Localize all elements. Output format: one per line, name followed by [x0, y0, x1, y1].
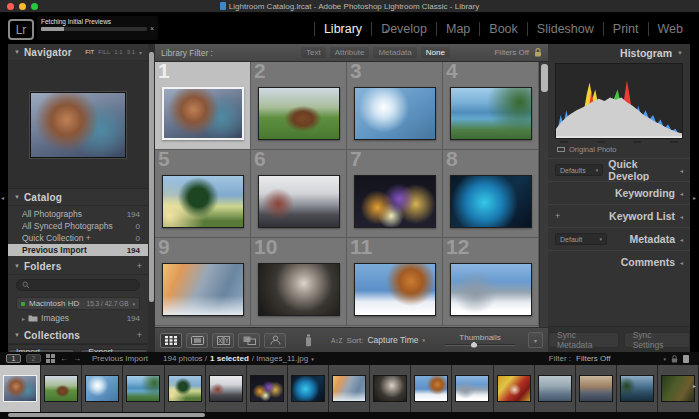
photo-thumbnail[interactable]	[332, 375, 366, 402]
filmstrip-photo-cell[interactable]	[370, 365, 411, 412]
zoom-more-icon[interactable]: ▾	[139, 49, 142, 56]
filmstrip-photo-cell[interactable]	[329, 365, 370, 412]
toolbar-options-dropdown[interactable]: ▾	[528, 332, 543, 348]
photo-thumbnail[interactable]	[450, 175, 532, 228]
grid-photo-cell[interactable]: 1	[155, 62, 251, 150]
people-view-button[interactable]	[264, 333, 286, 348]
sync-settings-button[interactable]: Sync Settings	[624, 332, 690, 348]
filmstrip-photo-cell[interactable]	[206, 365, 247, 412]
filmstrip-filter-dropdown[interactable]: Filters Off ▾	[576, 354, 666, 363]
filter-option[interactable]: Text	[301, 47, 326, 58]
quick-develop-header[interactable]: Defaults ▾ Quick Develop ◂	[548, 158, 690, 181]
filmstrip-status[interactable]: 194 photos / 1 selected / Images_11.jpg …	[163, 354, 314, 363]
grid-photo-cell[interactable]: 9	[155, 238, 251, 326]
zoom-fill-option[interactable]: FILL	[98, 49, 110, 55]
grid-photo-cell[interactable]: 10	[251, 238, 347, 326]
folder-search-input[interactable]	[16, 279, 140, 291]
photo-thumbnail[interactable]	[126, 375, 160, 402]
filmstrip-photo-cell[interactable]	[41, 365, 82, 412]
filmstrip-photo-cell[interactable]	[535, 365, 576, 412]
grid-photo-cell[interactable]: 2	[251, 62, 347, 150]
filmstrip-scrollbar[interactable]	[0, 412, 699, 419]
go-back-icon[interactable]: ←	[60, 354, 68, 363]
catalog-item[interactable]: All Synced Photographs 0	[8, 220, 148, 232]
grid-photo-cell[interactable]: 8	[443, 150, 539, 238]
grid-photo-cell[interactable]: 12	[443, 238, 539, 326]
secondary-screen-button[interactable]: 2	[26, 354, 41, 363]
add-collection-button[interactable]: +	[137, 330, 142, 340]
photo-thumbnail[interactable]	[450, 263, 532, 316]
collections-header[interactable]: ▼ Collections +	[8, 327, 148, 344]
catalog-item[interactable]: Quick Collection + 0	[8, 232, 148, 244]
minimize-window-button[interactable]	[19, 3, 26, 10]
module-tab[interactable]: Web	[648, 22, 692, 36]
lock-icon[interactable]	[671, 355, 678, 363]
comments-header[interactable]: Comments ◂	[548, 250, 690, 273]
navigator-preview[interactable]	[8, 61, 148, 189]
zoom-3to1-option[interactable]: 3:1	[127, 49, 135, 55]
photo-thumbnail[interactable]	[450, 87, 532, 140]
photo-thumbnail[interactable]	[354, 175, 436, 228]
filmstrip-photo-cell[interactable]	[411, 365, 452, 412]
filmstrip-photo-cell[interactable]	[123, 365, 164, 412]
photo-thumbnail[interactable]	[497, 375, 531, 402]
keyword-list-header[interactable]: + Keyword List ◂	[548, 204, 690, 227]
survey-view-button[interactable]	[238, 333, 260, 348]
filmstrip-photo-cell[interactable]	[494, 365, 535, 412]
filmstrip-source[interactable]: Previous Import	[92, 354, 148, 363]
folder-item[interactable]: ▸ Images 194	[8, 312, 148, 324]
photo-thumbnail[interactable]	[250, 375, 284, 402]
close-window-button[interactable]	[7, 3, 14, 10]
filmstrip-photo-cell[interactable]	[617, 365, 658, 412]
grid-shortcut-icon[interactable]	[46, 354, 55, 363]
photo-thumbnail[interactable]	[579, 375, 613, 402]
photo-thumbnail[interactable]	[162, 175, 244, 228]
filters-status[interactable]: Filters Off	[494, 48, 542, 57]
module-tab[interactable]: Library	[314, 22, 371, 36]
filmstrip-photo-cell[interactable]	[288, 365, 329, 412]
photo-thumbnail[interactable]	[455, 375, 489, 402]
histogram-display[interactable]	[555, 63, 683, 139]
add-folder-button[interactable]: +	[137, 261, 142, 271]
catalog-header[interactable]: ▼ Catalog	[8, 189, 148, 206]
add-keyword-button[interactable]: +	[555, 211, 560, 221]
volume-row[interactable]: Macintosh HD 15.3 / 42.7 GB ▾	[16, 297, 140, 310]
module-tab[interactable]: Map	[436, 22, 479, 36]
photo-thumbnail[interactable]	[168, 375, 202, 402]
catalog-item[interactable]: Previous Import 194	[8, 244, 148, 256]
lock-icon[interactable]	[534, 48, 542, 57]
scrollbar-thumb[interactable]	[149, 52, 154, 302]
metadata-preset-dropdown[interactable]: Default ▾	[555, 233, 607, 245]
filmstrip-photo-cell[interactable]	[452, 365, 493, 412]
grid-photo-cell[interactable]: 11	[347, 238, 443, 326]
sort-criteria[interactable]: Capture Time	[367, 335, 418, 345]
filter-option[interactable]: None	[421, 47, 450, 58]
folders-header[interactable]: ▼ Folders +	[8, 258, 148, 275]
sort-direction-icon[interactable]: A↕Z	[331, 337, 343, 344]
photo-thumbnail[interactable]	[85, 375, 119, 402]
expand-folder-icon[interactable]: ▸	[22, 315, 25, 322]
left-panel-scrollbar[interactable]	[148, 44, 155, 352]
left-panel-collapse-icon[interactable]: ◂	[1, 194, 4, 201]
photo-thumbnail[interactable]	[661, 375, 695, 402]
photo-thumbnail[interactable]	[209, 375, 243, 402]
scrollbar-thumb[interactable]	[541, 64, 548, 92]
photo-thumbnail[interactable]	[354, 263, 436, 316]
zoom-1to1-option[interactable]: 1:1	[114, 49, 122, 55]
painter-spray-icon[interactable]	[304, 334, 313, 347]
grid-photo-cell[interactable]: 3	[347, 62, 443, 150]
filmstrip-photo-cell[interactable]	[165, 365, 206, 412]
grid-photo-cell[interactable]: 7	[347, 150, 443, 238]
module-tab[interactable]: Print	[603, 22, 648, 36]
filmstrip-photo-cell[interactable]	[82, 365, 123, 412]
histogram-header[interactable]: Histogram ▼	[548, 44, 690, 62]
quick-develop-preset-dropdown[interactable]: Defaults ▾	[555, 164, 603, 176]
go-forward-icon[interactable]: →	[73, 354, 81, 363]
filmstrip-photo-cell[interactable]	[0, 365, 41, 412]
sync-metadata-button[interactable]: Sync Metadata	[548, 332, 619, 348]
right-panel-collapse-icon[interactable]: ▸	[693, 194, 696, 201]
navigator-header[interactable]: ▼ Navigator FIT FILL 1:1 3:1 ▾	[8, 44, 148, 61]
keywording-header[interactable]: Keywording ◂	[548, 181, 690, 204]
zoom-fit-option[interactable]: FIT	[85, 49, 94, 55]
photo-thumbnail[interactable]	[373, 375, 407, 402]
